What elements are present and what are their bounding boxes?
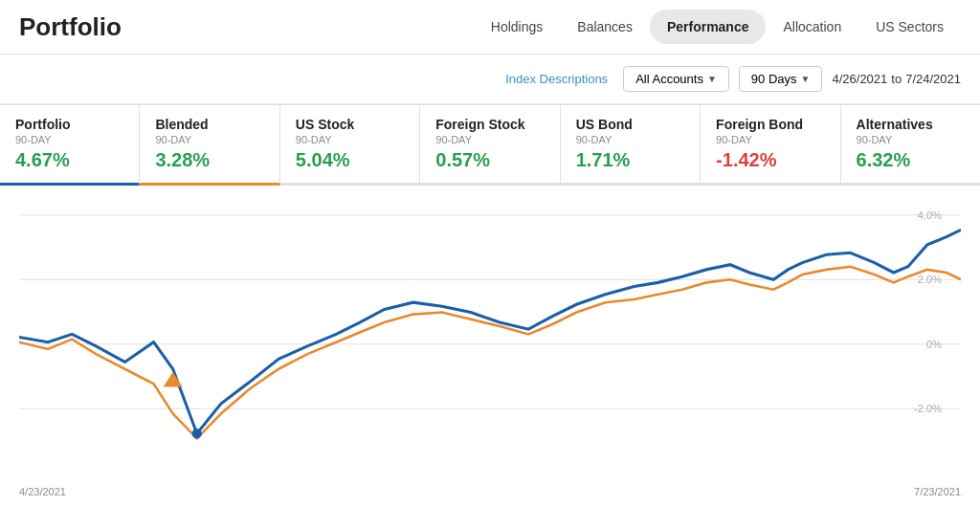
nav-item-us-sectors[interactable]: US Sectors — [858, 10, 961, 44]
metric-period: 90-DAY — [857, 134, 965, 145]
nav-item-balances[interactable]: Balances — [560, 10, 650, 44]
metric-label: Portfolio — [15, 117, 123, 132]
metric-period: 90-DAY — [296, 134, 404, 145]
metric-value: 1.71% — [576, 149, 684, 171]
metric-value: 5.04% — [296, 149, 404, 171]
metric-card-us-stock[interactable]: US Stock 90-DAY 5.04% — [280, 105, 420, 183]
metric-period: 90-DAY — [716, 134, 824, 145]
accounts-dropdown[interactable]: All Accounts ▼ — [623, 66, 729, 92]
main-nav: HoldingsBalancesPerformanceAllocationUS … — [474, 10, 961, 44]
metric-label: Foreign Bond — [716, 117, 824, 132]
chart-start-date: 4/23/2021 — [19, 486, 66, 497]
metric-label: US Stock — [296, 117, 404, 132]
metrics-row: Portfolio 90-DAY 4.67% Blended 90-DAY 3.… — [0, 104, 980, 186]
svg-text:0%: 0% — [926, 339, 942, 350]
metric-period: 90-DAY — [435, 134, 544, 145]
metric-card-portfolio[interactable]: Portfolio 90-DAY 4.67% — [0, 105, 140, 186]
date-range: 4/26/2021 to 7/24/2021 — [832, 72, 961, 86]
logo: Portfolio — [19, 12, 122, 42]
header: Portfolio HoldingsBalancesPerformanceAll… — [0, 0, 980, 55]
toolbar: Index Descriptions All Accounts ▼ 90 Day… — [0, 55, 980, 104]
metric-value: 3.28% — [155, 149, 263, 171]
svg-text:4.0%: 4.0% — [918, 209, 942, 221]
chevron-down-icon: ▼ — [707, 74, 717, 84]
metric-label: US Bond — [576, 117, 684, 132]
metric-period: 90-DAY — [576, 134, 684, 145]
metric-label: Blended — [155, 117, 263, 132]
index-descriptions-link[interactable]: Index Descriptions — [505, 72, 608, 86]
metric-card-foreign-bond[interactable]: Foreign Bond 90-DAY -1.42% — [701, 105, 840, 183]
metric-value: 0.57% — [435, 149, 544, 171]
metric-period: 90-DAY — [155, 134, 263, 145]
chevron-down-icon: ▼ — [801, 74, 811, 84]
metric-card-alternatives[interactable]: Alternatives 90-DAY 6.32% — [841, 105, 980, 183]
metric-label: Alternatives — [857, 117, 965, 132]
metric-card-us-bond[interactable]: US Bond 90-DAY 1.71% — [561, 105, 701, 183]
chart-bottom-labels: 4/23/2021 7/23/2021 — [0, 482, 980, 497]
metric-label: Foreign Stock — [435, 117, 544, 132]
performance-chart: 4.0% 2.0% 0% -2.0% — [19, 195, 961, 453]
svg-marker-9 — [164, 372, 183, 387]
metric-value: 6.32% — [857, 149, 965, 171]
chart-end-date: 7/23/2021 — [914, 486, 961, 497]
chart-area: 4.0% 2.0% 0% -2.0% — [0, 186, 980, 482]
nav-item-allocation[interactable]: Allocation — [766, 10, 858, 44]
svg-text:2.0%: 2.0% — [918, 274, 942, 285]
nav-item-holdings[interactable]: Holdings — [474, 10, 560, 44]
metric-period: 90-DAY — [15, 134, 123, 145]
metric-card-blended[interactable]: Blended 90-DAY 3.28% — [140, 105, 279, 186]
period-dropdown[interactable]: 90 Days ▼ — [739, 66, 823, 92]
chart-container: 4.0% 2.0% 0% -2.0% — [19, 195, 961, 453]
metric-card-foreign-stock[interactable]: Foreign Stock 90-DAY 0.57% — [420, 105, 560, 183]
nav-item-performance[interactable]: Performance — [650, 10, 767, 44]
metric-value: 4.67% — [15, 149, 123, 171]
svg-text:-2.0%: -2.0% — [914, 403, 942, 414]
svg-point-8 — [192, 429, 202, 438]
metric-value: -1.42% — [716, 149, 824, 171]
